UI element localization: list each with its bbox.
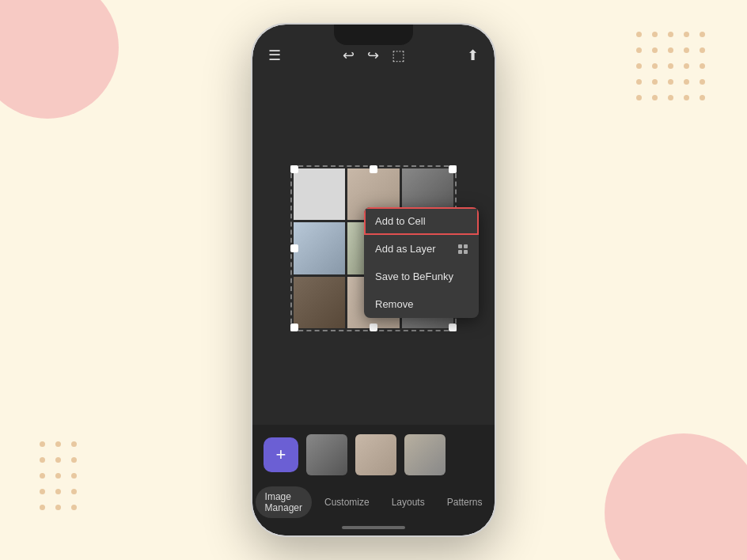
- home-bar: [342, 526, 405, 529]
- context-menu-save-to-befunky[interactable]: Save to BeFunky: [364, 263, 479, 290]
- canvas-area: Add to Cell Add as Layer Save to BeFunky…: [252, 72, 495, 425]
- thumbnails-row: +: [252, 425, 495, 485]
- bottom-tabs: Image Manager Customize Layouts Patterns: [252, 485, 495, 520]
- phone-screen: ☰ ↩ ↪ ⬚ ⬆: [252, 25, 495, 535]
- handle-topright[interactable]: [449, 165, 457, 173]
- tab-image-manager[interactable]: Image Manager: [256, 486, 312, 518]
- menu-icon[interactable]: ☰: [268, 47, 281, 64]
- undo-icon[interactable]: ↩: [343, 47, 355, 64]
- redo-icon[interactable]: ↪: [367, 47, 379, 64]
- handle-topleft[interactable]: [290, 165, 298, 173]
- grid-icon: [458, 244, 468, 254]
- context-menu-add-to-cell[interactable]: Add to Cell: [364, 207, 479, 235]
- handle-bottomleft[interactable]: [290, 324, 298, 331]
- share-icon[interactable]: ⬆: [467, 47, 479, 64]
- tab-patterns[interactable]: Patterns: [438, 492, 492, 513]
- collage-cell-1[interactable]: [294, 168, 345, 220]
- home-indicator: [252, 520, 495, 535]
- collage-cell-4[interactable]: [294, 222, 345, 274]
- context-menu: Add to Cell Add as Layer Save to BeFunky…: [364, 207, 479, 318]
- bg-circle-topleft: [0, 0, 119, 119]
- thumbnail-3[interactable]: [404, 434, 446, 475]
- add-image-button[interactable]: +: [264, 437, 298, 472]
- handle-bottommiddle[interactable]: [370, 324, 377, 331]
- phone-notch: [334, 25, 413, 45]
- top-bar-center: ↩ ↪ ⬚: [343, 47, 405, 64]
- frame-icon[interactable]: ⬚: [392, 47, 405, 64]
- context-menu-add-as-layer[interactable]: Add as Layer: [364, 235, 479, 263]
- thumbnail-1[interactable]: [306, 434, 347, 475]
- dots-bottomleft: [40, 441, 79, 513]
- thumbnail-2[interactable]: [355, 434, 396, 475]
- context-menu-remove[interactable]: Remove: [364, 290, 479, 318]
- phone-frame: ☰ ↩ ↪ ⬚ ⬆: [251, 23, 496, 537]
- handle-bottomright[interactable]: [449, 324, 457, 331]
- collage-cell-7[interactable]: [294, 277, 345, 328]
- bottom-panel: + Image Manager Customize Layouts Patter…: [252, 425, 495, 535]
- dots-topright: [636, 32, 707, 103]
- tab-customize[interactable]: Customize: [315, 492, 379, 513]
- handle-topmiddle[interactable]: [370, 165, 377, 173]
- tab-layouts[interactable]: Layouts: [382, 492, 434, 513]
- handle-leftmiddle[interactable]: [290, 244, 298, 252]
- bg-circle-bottomright: [605, 433, 747, 560]
